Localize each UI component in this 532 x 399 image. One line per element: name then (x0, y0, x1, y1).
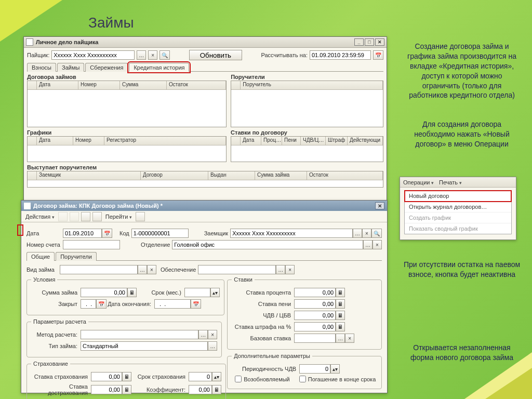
member-clear-button[interactable]: × (148, 50, 157, 60)
ins-add-input[interactable] (91, 385, 122, 394)
col-rate-fine[interactable]: Штраф (326, 137, 348, 145)
loan-type-clear-button[interactable]: × (147, 265, 156, 274)
menu-new-contract[interactable]: Новый договор (405, 191, 511, 202)
col-balance2[interactable]: Остаток (307, 171, 383, 180)
ins-rate-calc-button[interactable]: 🖩 (122, 372, 131, 381)
borrower-clear-button[interactable]: × (362, 229, 371, 238)
pct-input[interactable] (294, 288, 336, 297)
peni-calc-button[interactable]: 🖩 (336, 299, 345, 309)
borrower-pick-button[interactable]: … (353, 229, 362, 238)
minimize-button[interactable]: _ (354, 38, 364, 46)
fine-calc-button[interactable]: 🖩 (336, 322, 345, 331)
loan-type-pick-button[interactable]: … (138, 265, 147, 274)
calendar-button[interactable]: 📅 (373, 50, 383, 60)
period-spinner[interactable]: ▴▾ (330, 364, 340, 374)
col-rate-peni[interactable]: Пени (282, 137, 301, 145)
tab-credit-history[interactable]: Кредитная история (129, 63, 189, 72)
date-picker-button[interactable]: 📅 (102, 229, 112, 238)
tab-general[interactable]: Общие (26, 252, 55, 261)
operations-dropdown[interactable]: Операции (403, 179, 434, 185)
loantype-input[interactable] (81, 341, 208, 351)
print-dropdown[interactable]: Печать (439, 179, 462, 185)
member-input[interactable] (51, 50, 135, 60)
titlebar-loan[interactable]: Договор займа: КПК Договор займа (Новый)… (21, 201, 387, 211)
col-sched-number[interactable]: Номер (73, 137, 104, 145)
pct-calc-button[interactable]: 🖩 (336, 288, 345, 297)
method-clear-button[interactable]: × (208, 330, 217, 339)
collateral-clear-button[interactable]: × (285, 265, 295, 274)
ins-rate-input[interactable] (91, 372, 122, 381)
peni-input[interactable] (294, 299, 336, 309)
term-input[interactable] (184, 288, 210, 297)
tab-contributions[interactable]: Взносы (27, 63, 56, 72)
coef-calc-button[interactable]: 🖩 (212, 385, 221, 394)
actions-menu[interactable]: Действия (24, 212, 56, 221)
menu-open-journal[interactable]: Открыть журнал договоров… (405, 202, 511, 212)
enddate-picker-button[interactable]: 📅 (191, 299, 201, 309)
base-pick-button[interactable]: … (336, 334, 345, 343)
account-input[interactable] (63, 240, 120, 249)
chdv-input[interactable] (294, 311, 336, 320)
closed-input[interactable] (81, 299, 96, 309)
col-rate-active[interactable]: Действующи (348, 137, 383, 145)
collateral-pick-button[interactable]: … (276, 265, 285, 274)
dept-input[interactable] (172, 240, 363, 249)
guarantors-list[interactable]: Поручитель (231, 81, 383, 127)
method-pick-button[interactable]: … (198, 330, 208, 339)
ins-term-spinner[interactable]: ▴▾ (212, 372, 221, 381)
borrower-lookup-button[interactable]: 🔍 (371, 229, 382, 238)
closed-picker-button[interactable]: 📅 (96, 299, 107, 309)
schedules-list[interactable]: Дата Номер Регистратор (27, 136, 227, 162)
calc-date-input[interactable] (310, 50, 371, 60)
borrower-input[interactable] (230, 229, 353, 238)
tab-loans[interactable]: Займы (57, 63, 84, 72)
tab-savings[interactable]: Сбережения (85, 63, 128, 72)
col-number[interactable]: Номер (78, 81, 120, 89)
enddate-input[interactable] (154, 299, 191, 309)
col-contract[interactable]: Договор (141, 171, 208, 180)
col-loan-amount[interactable]: Сумма займа (255, 171, 307, 180)
col-rate-date[interactable]: Дата (241, 137, 261, 145)
help-icon[interactable] (136, 212, 145, 221)
toolbar-icon-2[interactable] (92, 212, 102, 221)
member-pick-button[interactable]: … (137, 50, 146, 60)
col-sched-date[interactable]: Дата (37, 137, 73, 145)
date-input[interactable] (63, 229, 102, 238)
loan-type-input[interactable] (60, 265, 138, 274)
col-sched-registrar[interactable]: Регистратор (104, 137, 226, 145)
method-input[interactable] (81, 330, 198, 339)
col-balance[interactable]: Остаток (167, 81, 226, 89)
col-issued[interactable]: Выдан (208, 171, 255, 180)
member-lookup-button[interactable]: 🔍 (159, 50, 170, 60)
term-spinner[interactable]: ▴▾ (210, 288, 220, 297)
dept-clear-button[interactable]: × (373, 240, 382, 249)
fine-input[interactable] (294, 322, 336, 331)
col-borrower[interactable]: Заемщик (37, 171, 141, 180)
acts-as-guarantor-list[interactable]: Заемщик Договор Выдан Сумма займа Остато… (27, 171, 383, 188)
loan-contracts-list[interactable]: Дата Номер Сумма Остаток (27, 81, 227, 127)
rates-list[interactable]: Дата Проц… Пени ЧДВ/Ц… Штраф Действующи (231, 136, 383, 162)
renewable-checkbox[interactable]: Возобновляемый (235, 376, 290, 382)
base-input[interactable] (294, 334, 336, 343)
col-sum[interactable]: Сумма (120, 81, 167, 89)
sum-calc-button[interactable]: 🖩 (127, 288, 137, 297)
chdv-calc-button[interactable]: 🖩 (336, 311, 345, 320)
goto-menu[interactable]: Перейти (104, 212, 134, 221)
dept-pick-button[interactable]: … (363, 240, 373, 249)
col-guarantor[interactable]: Поручитель (241, 81, 383, 89)
repay-end-checkbox[interactable]: Погашение в конце срока (299, 376, 376, 382)
titlebar[interactable]: Личное дело пайщика _ □ ✕ (24, 37, 387, 48)
refresh-button[interactable]: Обновить (189, 50, 242, 60)
ins-add-calc-button[interactable]: 🖩 (122, 385, 131, 394)
tab-guarantors-2[interactable]: Поручители (56, 252, 97, 261)
maximize-button[interactable]: □ (365, 38, 374, 46)
close-button[interactable]: ✕ (375, 38, 384, 46)
loantype-pick-button[interactable]: … (208, 341, 217, 351)
col-rate-pct[interactable]: Проц… (261, 137, 282, 145)
base-clear-button[interactable]: × (345, 334, 354, 343)
code-input[interactable] (131, 229, 189, 238)
loan-close-button[interactable]: ✕ (375, 202, 384, 209)
period-input[interactable] (299, 364, 330, 374)
toolbar-icon-1[interactable] (81, 212, 90, 221)
collateral-input[interactable] (198, 265, 276, 274)
